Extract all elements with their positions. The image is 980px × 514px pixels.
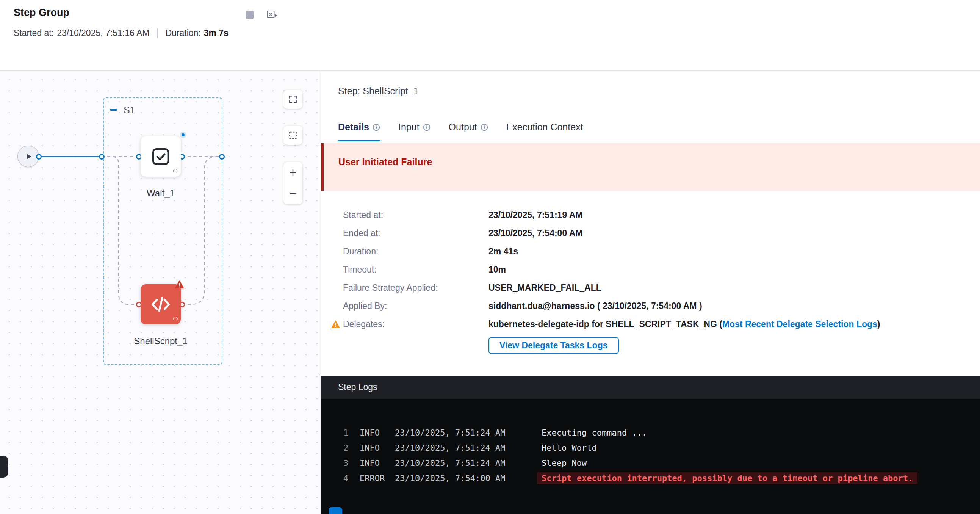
tab-output[interactable]: Output	[449, 122, 488, 142]
log-message: Sleep Now	[541, 458, 587, 468]
page-title: Step Group	[14, 7, 69, 19]
failure-banner: User Initiated Failure	[321, 143, 980, 191]
pipeline-execution-page: Step Group Started at: 23/10/2025, 7:51:…	[0, 0, 980, 514]
console-toggle-partial[interactable]	[0, 456, 8, 477]
started-at-value: 23/10/2025, 7:51:16 AM	[57, 28, 149, 38]
field-label: Started at:	[343, 206, 488, 224]
log-scroll-indicator[interactable]	[329, 507, 342, 514]
tab-details[interactable]: Details	[338, 122, 380, 142]
field-label: Timeout:	[343, 260, 488, 278]
log-level: ERROR	[360, 471, 395, 486]
step-details-panel: Step: ShellScript_1 DetailsInputOutputEx…	[321, 70, 980, 514]
step-group-header: Step Group Started at: 23/10/2025, 7:51:…	[0, 0, 980, 70]
play-icon	[24, 152, 33, 161]
field-label: Failure Strategy Applied:	[343, 278, 488, 297]
plus-icon	[288, 168, 298, 177]
details-fields: Started at:23/10/2025, 7:51:19 AMEnded a…	[343, 206, 980, 333]
step-logs-title: Step Logs	[338, 382, 377, 392]
x-square-abort-icon[interactable]	[267, 10, 278, 20]
log-line: 1INFO23/10/2025, 7:51:24 AMExecuting com…	[343, 425, 980, 441]
zoom-out-button[interactable]	[283, 184, 302, 203]
wait-step-icon	[150, 146, 171, 167]
delegate-selection-logs-link[interactable]: Most Recent Delegate Selection Logs	[722, 319, 877, 329]
details-tabs: DetailsInputOutputExecution Context	[321, 122, 980, 141]
failure-banner-text: User Initiated Failure	[339, 156, 432, 167]
pipeline-graph-canvas[interactable]: S1 Wait_1	[0, 70, 321, 514]
log-line-number: 2	[343, 441, 360, 456]
log-message: Executing command ...	[541, 428, 647, 438]
expand-icon	[288, 94, 298, 104]
log-timestamp: 23/10/2025, 7:51:24 AM	[395, 441, 541, 456]
field-value: 23/10/2025, 7:51:19 AM	[488, 206, 980, 224]
log-console[interactable]: 1INFO23/10/2025, 7:51:24 AMExecuting com…	[321, 399, 980, 486]
duration-label: Duration:	[165, 28, 200, 38]
warning-icon	[331, 320, 340, 328]
field-label: Applied By:	[343, 297, 488, 315]
delegate-button-row: View Delegate Tasks Logs	[488, 337, 980, 354]
collapse-group-icon[interactable]	[110, 109, 118, 111]
log-line: 2INFO23/10/2025, 7:51:24 AMHello World	[343, 441, 980, 456]
script-marker-icon	[172, 168, 178, 175]
log-line: 4ERROR23/10/2025, 7:54:00 AMScript execu…	[343, 471, 980, 486]
execution-meta: Started at: 23/10/2025, 7:51:16 AM Durat…	[14, 28, 229, 38]
status-badge-icon	[180, 132, 186, 138]
field-value: 2m 41s	[488, 242, 980, 260]
header-icons	[245, 10, 278, 20]
field-label: Duration:	[343, 242, 488, 260]
log-message: Script execution interrupted, possibly d…	[537, 472, 918, 484]
log-timestamp: 23/10/2025, 7:51:24 AM	[395, 456, 541, 471]
log-line-number: 4	[343, 471, 360, 486]
info-icon	[423, 124, 431, 131]
duration-value: 3m 7s	[204, 28, 229, 38]
connector-dot	[36, 154, 42, 159]
field-value: siddhant.dua@harness.io ( 23/10/2025, 7:…	[488, 297, 980, 315]
log-level: INFO	[360, 456, 395, 471]
field-label: Delegates:	[343, 315, 488, 333]
gray-square-icon[interactable]	[245, 11, 254, 19]
marquee-select-button[interactable]	[283, 126, 302, 145]
log-message: Hello World	[541, 443, 597, 453]
node-label-shellscript: ShellScript_1	[119, 336, 202, 347]
info-icon	[480, 124, 488, 131]
log-line-number: 1	[343, 425, 360, 441]
step-group-s1-label: S1	[124, 105, 135, 116]
node-shellscript-1[interactable]	[141, 284, 181, 325]
tab-label: Execution Context	[506, 122, 583, 133]
field-value: 23/10/2025, 7:54:00 AM	[488, 224, 980, 242]
node-wait-1[interactable]	[141, 137, 181, 177]
log-timestamp: 23/10/2025, 7:51:24 AM	[395, 425, 541, 441]
view-delegate-tasks-logs-button[interactable]: View Delegate Tasks Logs	[488, 337, 619, 354]
step-details-title: Step: ShellScript_1	[321, 70, 980, 97]
zoom-controls	[283, 162, 302, 204]
node-label-wait: Wait_1	[119, 188, 202, 199]
log-line-number: 3	[343, 456, 360, 471]
shell-script-icon	[149, 293, 172, 316]
connector-dot	[219, 154, 225, 159]
field-value: 10m	[488, 260, 980, 278]
tab-label: Output	[449, 122, 477, 133]
info-icon	[372, 124, 380, 131]
zoom-in-button[interactable]	[283, 163, 302, 182]
connector-dot	[99, 154, 105, 159]
tab-execution-context[interactable]: Execution Context	[506, 122, 583, 142]
tab-label: Input	[398, 122, 420, 133]
field-value: USER_MARKED_FAIL_ALL	[488, 278, 980, 297]
field-value: kubernetes-delegate-idp for SHELL_SCRIPT…	[488, 315, 980, 333]
step-logs-header[interactable]: Step Logs	[321, 376, 980, 399]
meta-divider	[157, 29, 158, 38]
minus-icon	[288, 189, 298, 198]
log-level: INFO	[360, 441, 395, 456]
failure-badge-icon	[174, 280, 185, 290]
field-label: Ended at:	[343, 224, 488, 242]
step-logs-section: Step Logs 1INFO23/10/2025, 7:51:24 AMExe…	[321, 376, 980, 514]
script-marker-icon	[172, 316, 178, 323]
log-line: 3INFO23/10/2025, 7:51:24 AMSleep Now	[343, 456, 980, 471]
started-at-label: Started at:	[14, 28, 54, 38]
log-timestamp: 23/10/2025, 7:54:00 AM	[395, 471, 541, 486]
tab-input[interactable]: Input	[398, 122, 431, 142]
fit-to-screen-button[interactable]	[283, 90, 302, 109]
selection-box-icon	[288, 130, 298, 140]
tab-label: Details	[338, 122, 369, 133]
log-level: INFO	[360, 425, 395, 441]
